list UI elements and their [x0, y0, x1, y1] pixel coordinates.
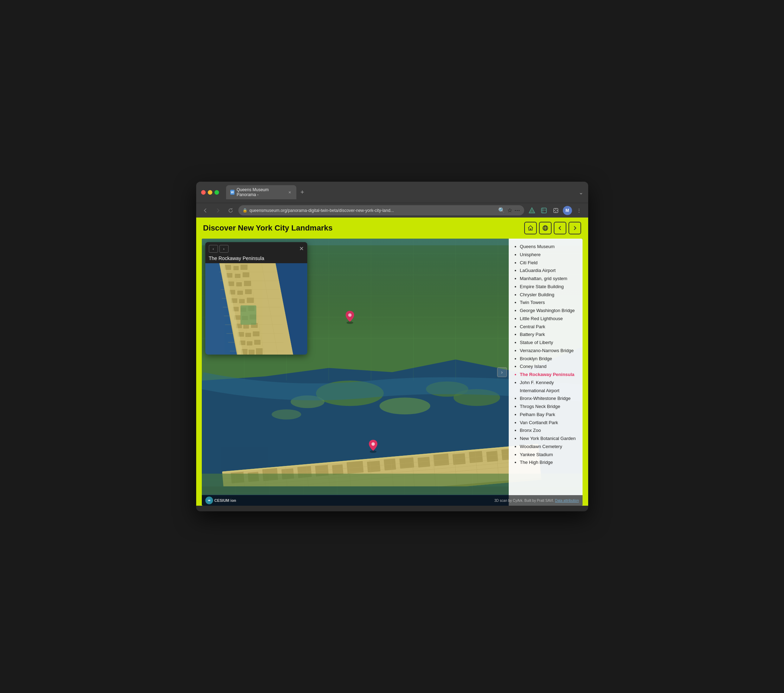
url-text: queensmuseum.org/panorama-digital-twin-b… — [250, 208, 496, 213]
landmark-item-unisphere[interactable]: Unisphere — [520, 251, 578, 259]
popup-header: ‹ › ✕ — [205, 242, 307, 256]
header-controls — [524, 222, 581, 235]
landmark-item-little-red[interactable]: Little Red Lighthouse — [520, 315, 578, 323]
popup-navigation: ‹ › — [209, 245, 229, 253]
home-control-button[interactable] — [524, 222, 537, 235]
landmark-item-rockaway[interactable]: The Rockaway Peninsula — [520, 371, 578, 379]
minimize-window-button[interactable] — [208, 190, 212, 195]
svg-rect-116 — [245, 289, 252, 294]
browser-menu-button[interactable]: ⋮ — [574, 205, 584, 215]
tab-favicon: W — [230, 190, 234, 195]
tab-bar: W Queens Museum Panorama - ✕ + ⌄ — [226, 185, 583, 199]
svg-rect-136 — [249, 350, 255, 355]
svg-rect-110 — [242, 273, 249, 277]
landmark-item-bronx-whitestone[interactable]: Bronx-Whitestone Bridge — [520, 395, 578, 403]
landmark-item-pelham-bay[interactable]: Pelham Bay Park — [520, 411, 578, 419]
landmark-item-queens-museum[interactable]: Queens Museum — [520, 243, 578, 251]
browser-titlebar: W Queens Museum Panorama - ✕ + ⌄ — [196, 182, 588, 203]
landmark-item-woodlawn[interactable]: Woodlawn Cemetery — [520, 443, 578, 451]
tab-close-button[interactable]: ✕ — [288, 190, 292, 195]
landmark-item-high-bridge[interactable]: The High Bridge — [520, 458, 578, 467]
landmark-item-chrysler[interactable]: Chrysler Building — [520, 291, 578, 299]
close-window-button[interactable] — [201, 190, 206, 195]
landmark-item-central-park[interactable]: Central Park — [520, 323, 578, 331]
security-icon: 🔒 — [242, 208, 247, 213]
forward-button[interactable] — [213, 205, 223, 215]
tab-menu-button[interactable]: ⌄ — [579, 189, 583, 196]
svg-rect-131 — [253, 332, 259, 336]
svg-rect-107 — [240, 264, 247, 270]
next-control-button[interactable] — [568, 222, 581, 235]
popup-card: ‹ › ✕ The Rockaway Peninsula — [205, 242, 307, 355]
landmark-item-throgs-neck[interactable]: Throgs Neck Bridge — [520, 403, 578, 411]
svg-rect-137 — [256, 348, 263, 355]
page-content: Discover New York City Landmarks — [196, 218, 588, 506]
landmark-item-yankee-stadium[interactable]: Yankee Stadium — [520, 451, 578, 459]
landmark-item-george-washington[interactable]: George Washington Bridge — [520, 307, 578, 315]
address-bar[interactable]: 🔒 queensmuseum.org/panorama-digital-twin… — [238, 205, 524, 215]
extension-puzzle[interactable] — [551, 205, 561, 215]
prev-control-button[interactable] — [554, 222, 567, 235]
extension-sheets[interactable] — [539, 205, 549, 215]
page-title: Discover New York City Landmarks — [203, 223, 333, 233]
page-header: Discover New York City Landmarks — [196, 218, 588, 239]
landmark-item-bronx-zoo[interactable]: Bronx Zoo — [520, 427, 578, 435]
svg-rect-133 — [247, 341, 252, 345]
popup-title: The Rockaway Peninsula — [205, 256, 307, 263]
profile-avatar[interactable]: M — [563, 206, 572, 215]
maximize-window-button[interactable] — [214, 190, 219, 195]
extension-icon[interactable]: ⋯ — [514, 207, 520, 213]
reload-button[interactable] — [226, 205, 236, 215]
browser-toolbar: 🔒 queensmuseum.org/panorama-digital-twin… — [196, 203, 588, 218]
svg-rect-152 — [240, 305, 256, 325]
tab-title: Queens Museum Panorama - — [237, 187, 285, 197]
attribution-text: 3D scan by CyArk. Built by Pratt SAVI. D… — [494, 499, 579, 503]
landmark-item-empire-state[interactable]: Empire State Building — [520, 283, 578, 291]
traffic-lights — [201, 190, 219, 195]
extension-google-drive[interactable] — [527, 205, 537, 215]
toolbar-actions: M ⋮ — [527, 205, 584, 215]
popup-next-button[interactable]: › — [219, 245, 229, 253]
attribution-link[interactable]: Data attribution — [555, 499, 579, 503]
svg-rect-2 — [542, 208, 546, 213]
bookmark-icon[interactable]: ☆ — [507, 207, 512, 213]
map-container[interactable]: ‹ › ✕ The Rockaway Peninsula — [202, 239, 583, 506]
address-bar-icons: 🔍 ☆ ⋯ — [498, 207, 520, 213]
svg-rect-127 — [243, 324, 249, 328]
cesium-label: CESIUM ion — [214, 498, 236, 503]
landmark-item-coney-island[interactable]: Coney Island — [520, 363, 578, 371]
landmark-item-twin-towers[interactable]: Twin Towers — [520, 299, 578, 307]
svg-rect-115 — [237, 291, 243, 295]
landmark-item-ny-botanical[interactable]: New York Botanical Garden — [520, 435, 578, 443]
svg-marker-1 — [529, 208, 535, 213]
svg-rect-118 — [239, 299, 245, 303]
globe-control-button[interactable] — [539, 222, 552, 235]
cesium-icon — [205, 496, 213, 504]
back-button[interactable] — [200, 205, 210, 215]
active-tab[interactable]: W Queens Museum Panorama - ✕ — [226, 185, 296, 199]
landmark-sidebar: Queens MuseumUnisphereCiti FieldLaGuardi… — [509, 239, 583, 506]
landmark-item-laguardia[interactable]: LaGuardia Airport — [520, 267, 578, 275]
popup-image — [205, 263, 307, 355]
svg-rect-113 — [244, 281, 251, 286]
svg-rect-106 — [234, 266, 239, 270]
landmark-item-brooklyn-bridge[interactable]: Brooklyn Bridge — [520, 355, 578, 363]
landmark-item-verrazano[interactable]: Verrazano-Narrows Bridge — [520, 347, 578, 355]
cesium-logo: CESIUM ion — [205, 496, 236, 504]
landmark-list: Queens MuseumUnisphereCiti FieldLaGuardi… — [514, 243, 578, 467]
popup-close-button[interactable]: ✕ — [299, 246, 304, 251]
browser-window: W Queens Museum Panorama - ✕ + ⌄ 🔒 queen… — [196, 182, 588, 511]
popup-prev-button[interactable]: ‹ — [209, 245, 218, 253]
landmark-item-battery-park[interactable]: Battery Park — [520, 331, 578, 339]
search-icon[interactable]: 🔍 — [498, 207, 505, 213]
map-footer: CESIUM ion 3D scan by CyArk. Built by Pr… — [202, 495, 583, 506]
landmark-item-citi-field[interactable]: Citi Field — [520, 259, 578, 267]
new-tab-button[interactable]: + — [299, 189, 306, 196]
landmark-item-van-cortlandt[interactable]: Van Cortlandt Park — [520, 419, 578, 427]
landmark-item-jfk[interactable]: John F. Kennedy International Airport — [520, 379, 578, 395]
landmark-item-statue-liberty[interactable]: Statue of Liberty — [520, 339, 578, 347]
map-scroll-right-button[interactable]: › — [497, 367, 507, 377]
landmark-item-manhattan-grid[interactable]: Manhattan, grid system — [520, 275, 578, 283]
